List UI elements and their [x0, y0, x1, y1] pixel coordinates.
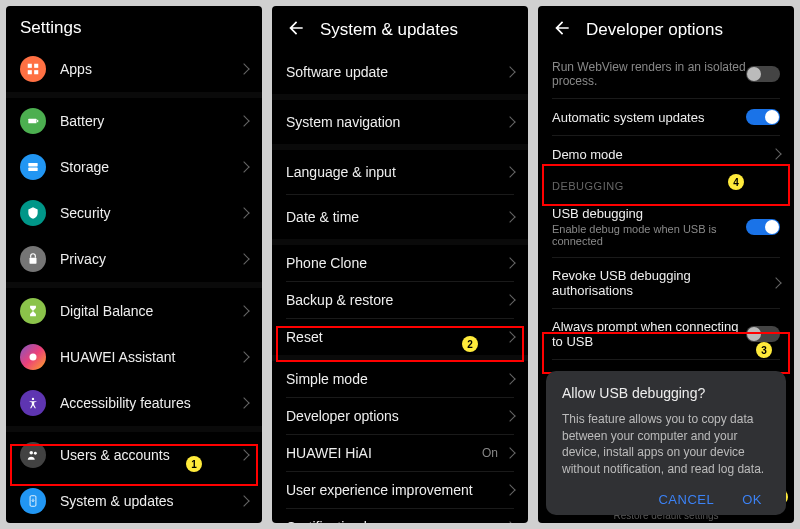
row-usb-debugging[interactable]: USB debuggingEnable debug mode when USB …	[538, 196, 794, 257]
step-badge-2: 2	[462, 336, 478, 352]
apps-icon	[20, 56, 46, 82]
label: Battery	[60, 113, 240, 129]
row-reset[interactable]: Reset	[272, 319, 528, 355]
chevron-right-icon	[238, 253, 249, 264]
svg-rect-0	[28, 64, 32, 68]
toggle[interactable]	[746, 109, 780, 125]
lock-icon	[20, 246, 46, 272]
settings-panel: Settings Apps Battery Storage Security P…	[6, 6, 262, 523]
svg-rect-1	[34, 64, 38, 68]
toggle[interactable]	[746, 66, 780, 82]
page-title: Developer options	[586, 20, 723, 40]
label: Privacy	[60, 251, 240, 267]
row-system-updates[interactable]: System & updates	[6, 478, 262, 523]
chevron-right-icon	[504, 447, 515, 458]
section-debugging: DEBUGGING	[538, 172, 794, 196]
svg-point-12	[34, 452, 37, 455]
svg-rect-3	[34, 70, 38, 74]
label: Users & accounts	[60, 447, 240, 463]
step-badge-4: 4	[728, 174, 744, 190]
row-webview-isolated[interactable]: Run WebView renders in an isolated proce…	[538, 50, 794, 98]
label: HUAWEI Assistant	[60, 349, 240, 365]
row-revoke-usb[interactable]: Revoke USB debugging authorisations	[538, 258, 794, 308]
svg-rect-5	[37, 120, 38, 122]
label: Security	[60, 205, 240, 221]
svg-rect-2	[28, 70, 32, 74]
row-certification-logos[interactable]: Certification logos	[272, 509, 528, 523]
row-developer-options[interactable]: Developer options	[272, 398, 528, 434]
row-security[interactable]: Security	[6, 190, 262, 236]
svg-point-10	[32, 398, 34, 400]
row-date-time[interactable]: Date & time	[272, 195, 528, 239]
toggle[interactable]	[746, 219, 780, 235]
chevron-right-icon	[504, 257, 515, 268]
chevron-right-icon	[238, 161, 249, 172]
chevron-right-icon	[238, 449, 249, 460]
row-battery[interactable]: Battery	[6, 98, 262, 144]
users-icon	[20, 442, 46, 468]
svg-rect-7	[28, 168, 37, 172]
row-system-navigation[interactable]: System navigation	[272, 100, 528, 144]
row-users-accounts[interactable]: Users & accounts	[6, 432, 262, 478]
row-digital-balance[interactable]: Digital Balance	[6, 288, 262, 334]
svg-rect-8	[30, 258, 37, 264]
label: Digital Balance	[60, 303, 240, 319]
row-huawei-hiai[interactable]: HUAWEI HiAIOn	[272, 435, 528, 471]
list[interactable]: Software update System navigation Langua…	[272, 50, 528, 523]
value: On	[482, 446, 498, 460]
chevron-right-icon	[238, 63, 249, 74]
storage-icon	[20, 154, 46, 180]
row-auto-updates[interactable]: Automatic system updates	[538, 99, 794, 135]
chevron-right-icon	[504, 116, 515, 127]
chevron-right-icon	[238, 305, 249, 316]
row-accessibility[interactable]: Accessibility features	[6, 380, 262, 426]
row-user-experience[interactable]: User experience improvement	[272, 472, 528, 508]
chevron-right-icon	[504, 331, 515, 342]
battery-icon	[20, 108, 46, 134]
row-software-update[interactable]: Software update	[272, 50, 528, 94]
svg-rect-6	[28, 163, 37, 167]
chevron-right-icon	[504, 484, 515, 495]
shield-icon	[20, 200, 46, 226]
system-updates-icon	[20, 488, 46, 514]
row-simple-mode[interactable]: Simple mode	[272, 361, 528, 397]
system-updates-panel: System & updates Software update System …	[272, 6, 528, 523]
ok-button[interactable]: OK	[742, 492, 762, 507]
toggle[interactable]	[746, 326, 780, 342]
row-phone-clone[interactable]: Phone Clone	[272, 245, 528, 281]
back-button[interactable]	[552, 18, 572, 42]
row-storage[interactable]: Storage	[6, 144, 262, 190]
step-badge-1: 1	[186, 456, 202, 472]
page-title: Settings	[20, 18, 81, 38]
dialog-title: Allow USB debugging?	[562, 385, 770, 401]
cancel-button[interactable]: CANCEL	[658, 492, 714, 507]
chevron-right-icon	[504, 166, 515, 177]
step-badge-3: 3	[756, 342, 772, 358]
chevron-right-icon	[238, 351, 249, 362]
settings-list[interactable]: Apps Battery Storage Security Privacy Di…	[6, 46, 262, 523]
usb-debugging-dialog: Allow USB debugging? This feature allows…	[546, 371, 786, 515]
svg-point-11	[30, 451, 34, 455]
chevron-right-icon	[504, 211, 515, 222]
chevron-right-icon	[238, 397, 249, 408]
svg-point-9	[30, 354, 37, 361]
chevron-right-icon	[238, 115, 249, 126]
chevron-right-icon	[504, 410, 515, 421]
header: Developer options	[538, 6, 794, 50]
label: Accessibility features	[60, 395, 240, 411]
chevron-right-icon	[504, 66, 515, 77]
back-button[interactable]	[286, 18, 306, 42]
developer-options-panel: Developer options Run WebView renders in…	[538, 6, 794, 523]
row-backup-restore[interactable]: Backup & restore	[272, 282, 528, 318]
chevron-right-icon	[504, 294, 515, 305]
chevron-right-icon	[770, 148, 781, 159]
header: Settings	[6, 6, 262, 46]
label: System & updates	[60, 493, 240, 509]
row-huawei-assistant[interactable]: HUAWEI Assistant	[6, 334, 262, 380]
chevron-right-icon	[770, 277, 781, 288]
row-privacy[interactable]: Privacy	[6, 236, 262, 282]
assistant-icon	[20, 344, 46, 370]
row-demo-mode[interactable]: Demo mode	[538, 136, 794, 172]
row-language-input[interactable]: Language & input	[272, 150, 528, 194]
row-apps[interactable]: Apps	[6, 46, 262, 92]
